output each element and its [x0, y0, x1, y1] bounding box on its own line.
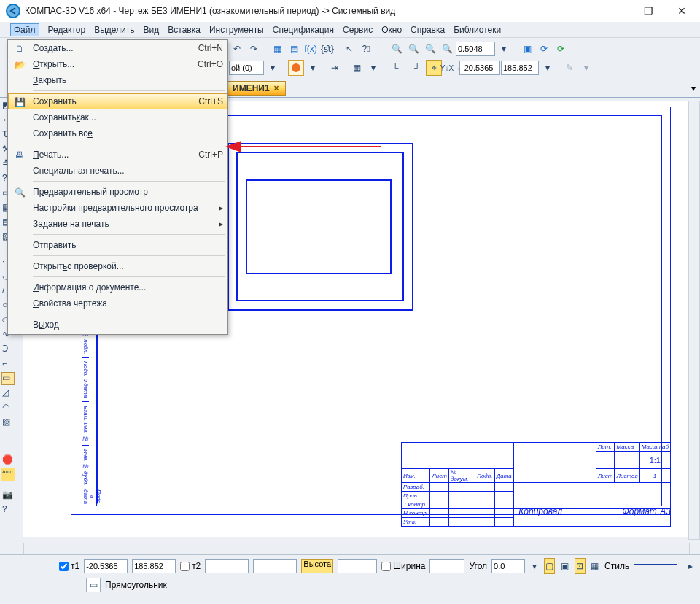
menu-file[interactable]: Файл: [10, 23, 39, 36]
menu-send[interactable]: Отправить: [8, 237, 228, 253]
rotate-icon[interactable]: ⟳: [536, 41, 552, 57]
menu-separator: [33, 181, 225, 182]
snap-on-button[interactable]: ⌖: [426, 60, 442, 76]
width-checkbox[interactable]: Ширина: [381, 561, 425, 571]
menu-service[interactable]: Сервис: [343, 25, 373, 35]
menu-view[interactable]: Вид: [144, 25, 160, 35]
menu-create[interactable]: 🗋 Создать...Ctrl+N: [8, 40, 228, 56]
menu-save[interactable]: 💾 СохранитьCtrl+S: [8, 93, 228, 109]
scrollbar-vertical[interactable]: [688, 101, 700, 540]
menu-preview[interactable]: 🔍 Предварительный просмотр: [8, 184, 228, 200]
menu-exit[interactable]: Выход: [8, 317, 228, 333]
layer-dropdown-icon[interactable]: ▾: [265, 60, 281, 76]
height-input[interactable]: [338, 559, 377, 573]
tabstrip-dropdown-icon[interactable]: ▾: [691, 83, 696, 93]
menu-editor[interactable]: Редактор: [48, 25, 86, 35]
tool-camera[interactable]: 📷: [1, 489, 15, 502]
maximize-button[interactable]: ❐: [631, 2, 665, 20]
menu-save-all[interactable]: Сохранить все: [8, 125, 228, 142]
manage-1-icon[interactable]: ▦: [269, 41, 285, 57]
cursor-arrow-icon[interactable]: ↖: [341, 41, 357, 57]
shape-rect-tab[interactable]: ▭: [86, 578, 101, 592]
menu-window[interactable]: Окно: [381, 25, 402, 35]
coord-y-input[interactable]: [501, 61, 539, 75]
tool-hatch[interactable]: ▨: [1, 416, 15, 429]
zoom-extents-icon[interactable]: 🔍: [389, 41, 405, 57]
menu-drawing-props[interactable]: Свойства чертежа: [8, 295, 228, 311]
zoom-input[interactable]: [456, 42, 495, 56]
fx-button[interactable]: f(x): [303, 41, 319, 57]
zoom-out-icon[interactable]: 🔍: [422, 41, 438, 57]
point2-y-input[interactable]: [253, 559, 297, 573]
tool-contour[interactable]: Ɔ: [1, 343, 15, 356]
menu-close-doc[interactable]: Закрыть: [8, 72, 228, 88]
width-input[interactable]: [429, 559, 464, 573]
tab-close-icon[interactable]: ×: [274, 83, 279, 93]
save-icon: 💾: [14, 96, 26, 108]
angle-dropdown-icon[interactable]: ▾: [529, 558, 540, 574]
redo-button[interactable]: ↷: [246, 41, 262, 57]
tool-lock[interactable]: ?: [1, 503, 15, 516]
scrollbar-horizontal[interactable]: [23, 543, 690, 554]
tool-fillet[interactable]: ◠: [1, 401, 15, 414]
menu-tools[interactable]: Инструменты: [209, 25, 264, 35]
menu-open-check[interactable]: Открыть с проверкой...: [8, 258, 228, 274]
pan-icon[interactable]: ▣: [519, 41, 535, 57]
variables-icon[interactable]: {ﬆ}: [319, 41, 335, 57]
zoom-dropdown-icon[interactable]: ▾: [496, 41, 512, 57]
status-bar: Сохранить текущий документ: [0, 600, 700, 604]
point1-checkbox[interactable]: т1: [59, 561, 79, 571]
close-window-button[interactable]: ×: [665, 2, 699, 20]
minimize-button[interactable]: —: [598, 2, 631, 20]
axis-mode-3[interactable]: ⊡: [575, 558, 586, 574]
manage-2-icon[interactable]: ▤: [286, 41, 302, 57]
point2-x-input[interactable]: [205, 559, 249, 573]
menu-preview-settings[interactable]: Настройки предварительного просмотра▸: [8, 200, 228, 216]
lcs-icon[interactable]: └: [387, 60, 403, 76]
layer-combo[interactable]: [229, 61, 264, 75]
menu-special-print[interactable]: Специальная печать...: [8, 163, 228, 179]
dimension-auto-icon[interactable]: ⇥: [327, 60, 343, 76]
refresh-icon[interactable]: ⟳: [553, 41, 569, 57]
menu-libs[interactable]: Библиотеки: [454, 25, 501, 35]
tool-stop[interactable]: 🛑: [1, 454, 15, 467]
brush-dropdown-icon[interactable]: ▾: [578, 60, 594, 76]
ortho-icon[interactable]: ┘: [409, 60, 425, 76]
undo-button[interactable]: ↶: [229, 41, 245, 57]
tool-auto[interactable]: Auto: [1, 468, 15, 481]
menu-save-as[interactable]: Сохранить как...: [8, 109, 228, 125]
angle-input[interactable]: [491, 559, 525, 573]
coord-x-input[interactable]: [459, 61, 500, 75]
document-tab[interactable]: ИМЕНИ1 ×: [226, 81, 286, 96]
menu-print-task[interactable]: Задание на печать▸: [8, 216, 228, 232]
menu-help[interactable]: Справка: [411, 25, 445, 35]
tool-rectangle[interactable]: ▭: [1, 372, 15, 385]
help-cursor-icon[interactable]: ?⃓: [358, 41, 374, 57]
menu-spec[interactable]: Спецификация: [273, 25, 334, 35]
style-preview[interactable]: [634, 564, 677, 573]
zoom-in-icon[interactable]: 🔍: [405, 41, 421, 57]
grid-dropdown-icon[interactable]: ▾: [365, 60, 381, 76]
axis-mode-4[interactable]: ▦: [590, 558, 600, 574]
tool-chamfer[interactable]: ◿: [1, 387, 15, 400]
line-style-dropdown-icon[interactable]: ▾: [305, 60, 321, 76]
menu-open[interactable]: 📂 Открыть...Ctrl+O: [8, 56, 228, 72]
titleblock-main: Лит.МассаМасштаб 1:1 Изм.Лист № докум.По…: [401, 442, 671, 508]
point2-checkbox[interactable]: т2: [180, 561, 201, 571]
menu-insert[interactable]: Вставка: [168, 25, 201, 35]
point1-y-input[interactable]: [132, 559, 176, 573]
zoom-plus-icon[interactable]: 🔍: [439, 41, 455, 57]
menu-doc-info[interactable]: Информация о документе...: [8, 279, 228, 295]
brush-icon[interactable]: ✎: [561, 60, 578, 76]
height-label[interactable]: Высота: [301, 559, 333, 573]
menu-print[interactable]: 🖶 Печать...Ctrl+P: [8, 147, 228, 163]
grid-icon[interactable]: ▦: [349, 60, 365, 76]
panel-scroll-icon[interactable]: ▸: [685, 558, 696, 574]
menu-select[interactable]: Выделить: [94, 25, 134, 35]
point1-x-input[interactable]: [84, 559, 128, 573]
axis-mode-1[interactable]: ▢: [544, 558, 555, 574]
axis-mode-2[interactable]: ▣: [559, 558, 569, 574]
tool-polyline[interactable]: ⌐: [1, 357, 15, 371]
line-style-button[interactable]: [288, 60, 304, 76]
coord-dropdown-icon[interactable]: ▾: [540, 60, 556, 76]
